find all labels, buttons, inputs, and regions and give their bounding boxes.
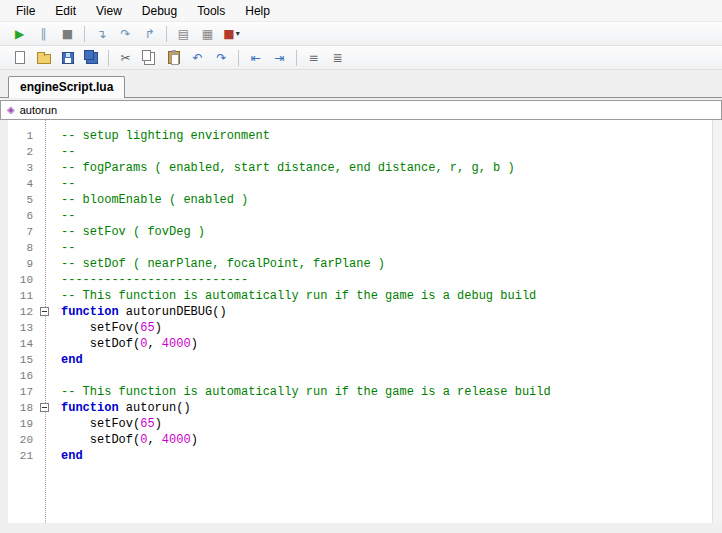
code-text: end	[53, 448, 83, 464]
undo-button[interactable]: ↶	[186, 47, 209, 68]
menu-debug[interactable]: Debug	[132, 0, 187, 21]
fold-margin	[38, 176, 53, 192]
code-text: setDof(0, 4000)	[53, 336, 198, 352]
line-number: 6	[8, 208, 38, 224]
decrease-indent-icon: ⇤	[250, 52, 260, 64]
line-number: 11	[8, 288, 38, 304]
code-line: 14 setDof(0, 4000)	[8, 336, 722, 352]
line-number: 13	[8, 320, 38, 336]
code-line: 19 setFov(65)	[8, 416, 722, 432]
code-line: 6--	[8, 208, 722, 224]
code-text: function autorun()	[53, 400, 191, 416]
toolbar-separator	[84, 26, 85, 42]
cut-button[interactable]: ✂	[114, 47, 137, 68]
show-next-statement-button[interactable]: ▤	[172, 23, 195, 44]
copy-icon	[142, 50, 151, 61]
run-button[interactable]: ▶	[8, 23, 31, 44]
save-icon	[62, 52, 74, 64]
step-over-icon: ↷	[120, 28, 130, 40]
code-line: 13 setFov(65)	[8, 320, 722, 336]
redo-button[interactable]: ↷	[210, 47, 233, 68]
toggle-breakpoint-button[interactable]: ▦	[196, 23, 219, 44]
new-file-icon	[15, 51, 25, 64]
increase-indent-button[interactable]: ⇥	[268, 47, 291, 68]
toolbar-separator	[108, 50, 109, 66]
line-number: 3	[8, 160, 38, 176]
stop-button[interactable]: ■	[56, 23, 79, 44]
code-text: -- setDof ( nearPlane, focalPoint, farPl…	[53, 256, 385, 272]
code-line: 11-- This function is automatically run …	[8, 288, 722, 304]
editor[interactable]: 1-- setup lighting environment2--3-- fog…	[8, 120, 722, 523]
code-line: 5-- bloomEnable ( enabled )	[8, 192, 722, 208]
line-number: 21	[8, 448, 38, 464]
fold-margin	[38, 256, 53, 272]
code-line: 12function autorunDEBUG()	[8, 304, 722, 320]
save-all-icon	[84, 50, 94, 60]
menu-file[interactable]: File	[6, 0, 45, 21]
code-line: 1-- setup lighting environment	[8, 128, 722, 144]
open-file-icon	[37, 54, 51, 64]
new-file-button[interactable]	[8, 47, 31, 68]
line-number: 5	[8, 192, 38, 208]
pause-icon: ‖	[41, 28, 47, 40]
code-line: 9-- setDof ( nearPlane, focalPoint, farP…	[8, 256, 722, 272]
menu-tools[interactable]: Tools	[187, 0, 235, 21]
fold-margin	[38, 320, 53, 336]
menu-view[interactable]: View	[86, 0, 132, 21]
step-into-button[interactable]: ↴	[90, 23, 113, 44]
line-number: 14	[8, 336, 38, 352]
code-text: -- bloomEnable ( enabled )	[53, 192, 248, 208]
fold-margin	[38, 128, 53, 144]
fold-margin	[38, 368, 53, 384]
code-text: --	[53, 144, 75, 160]
fold-margin	[38, 240, 53, 256]
menu-edit[interactable]: Edit	[45, 0, 86, 21]
undo-icon: ↶	[192, 52, 202, 64]
step-over-button[interactable]: ↷	[114, 23, 137, 44]
vertical-scrollbar[interactable]	[712, 120, 722, 523]
code-line: 15end	[8, 352, 722, 368]
line-number: 12	[8, 304, 38, 320]
fold-margin	[38, 336, 53, 352]
step-out-button[interactable]: ↱	[138, 23, 161, 44]
code-text: --	[53, 208, 75, 224]
code-text: setFov(65)	[53, 320, 162, 336]
step-into-icon: ↴	[96, 28, 106, 40]
pause-button[interactable]: ‖	[32, 23, 55, 44]
toggle-breakpoint-icon: ▦	[202, 28, 213, 40]
code-line: 10--------------------------	[8, 272, 722, 288]
code-text: -- This function is automatically run if…	[53, 384, 551, 400]
debug-tools-button[interactable]: ■▾	[220, 23, 243, 44]
line-number: 15	[8, 352, 38, 368]
decrease-indent-button[interactable]: ⇤	[244, 47, 267, 68]
code-line: 7-- setFov ( fovDeg )	[8, 224, 722, 240]
code-text: setFov(65)	[53, 416, 162, 432]
tab-enginescript[interactable]: engineScript.lua	[8, 76, 125, 98]
comment-selection-button[interactable]: ≡	[302, 47, 325, 68]
uncomment-selection-button[interactable]: ≣	[326, 47, 349, 68]
fold-margin	[38, 416, 53, 432]
code-text: --------------------------	[53, 272, 248, 288]
paste-button[interactable]	[162, 47, 185, 68]
tab-strip: engineScript.lua	[0, 76, 722, 98]
line-number: 4	[8, 176, 38, 192]
copy-button[interactable]	[138, 47, 161, 68]
save-button[interactable]	[56, 47, 79, 68]
line-number: 17	[8, 384, 38, 400]
function-selector[interactable]: ◈ autorun	[0, 100, 722, 120]
menu-help[interactable]: Help	[235, 0, 280, 21]
line-number: 10	[8, 272, 38, 288]
toolbar-separator	[238, 50, 239, 66]
code-area[interactable]: 1-- setup lighting environment2--3-- fog…	[8, 120, 722, 464]
run-icon: ▶	[15, 28, 24, 40]
save-all-button[interactable]	[80, 47, 103, 68]
line-number: 7	[8, 224, 38, 240]
fold-margin	[38, 432, 53, 448]
horizontal-scrollbar[interactable]	[8, 523, 722, 533]
fold-collapse-icon[interactable]	[40, 403, 49, 412]
open-file-button[interactable]	[32, 47, 55, 68]
fold-collapse-icon[interactable]	[40, 307, 49, 316]
code-text: -- setFov ( fovDeg )	[53, 224, 205, 240]
code-line: 2--	[8, 144, 722, 160]
fold-margin	[38, 160, 53, 176]
